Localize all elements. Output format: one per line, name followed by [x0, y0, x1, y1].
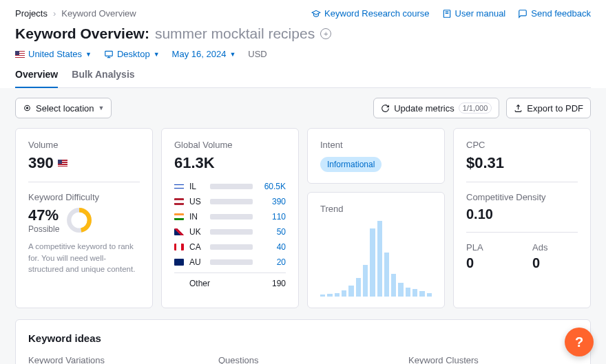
- metrics-cards: Volume 390 Keyword Difficulty 47% Possib…: [0, 128, 606, 319]
- country-code: AU: [189, 257, 205, 267]
- flag-icon: [174, 213, 184, 220]
- title-prefix: Keyword Overview:: [15, 25, 149, 42]
- ads-value: 0: [532, 255, 578, 271]
- card-global-volume: Global Volume 61.3K IL60.5KUS390IN110UK5…: [161, 128, 299, 308]
- trend-bar: [391, 274, 396, 297]
- global-volume-row[interactable]: UK50: [174, 224, 286, 239]
- other-label: Other: [189, 279, 253, 288]
- trend-bar: [419, 291, 424, 297]
- filters-bar: United States ▼ Desktop ▼ May 16, 2024 ▼…: [15, 49, 591, 59]
- global-volume-label: Global Volume: [174, 140, 286, 150]
- country-volume: 110: [258, 212, 286, 222]
- intent-value: Informational: [320, 157, 382, 172]
- chevron-down-icon: ▼: [154, 51, 160, 58]
- country-code: UK: [189, 227, 205, 237]
- refresh-icon: [381, 104, 390, 113]
- keyword-ideas-section: Keyword ideas Keyword Variations 35 Tota…: [15, 319, 591, 364]
- trend-bar: [335, 293, 339, 297]
- help-fab[interactable]: ?: [565, 328, 594, 356]
- trend-bar: [348, 286, 353, 297]
- global-volume-row[interactable]: AU20: [174, 255, 286, 270]
- chevron-down-icon: ▼: [229, 51, 236, 58]
- trend-bar: [377, 221, 382, 297]
- flag-icon: [174, 259, 184, 266]
- filter-date[interactable]: May 16, 2024 ▼: [172, 49, 236, 59]
- variations-label: Keyword Variations: [28, 355, 198, 364]
- volume-bar-wrap: [210, 184, 253, 189]
- trend-bar: [327, 294, 332, 297]
- desktop-icon: [104, 50, 114, 59]
- select-location-button[interactable]: Select location ▼: [15, 98, 112, 118]
- question-icon: ?: [575, 334, 583, 350]
- global-volume-value: 61.3K: [174, 154, 286, 172]
- filter-country[interactable]: United States ▼: [15, 49, 92, 59]
- add-keyword-icon[interactable]: +: [320, 28, 331, 39]
- tab-bulk-analysis[interactable]: Bulk Analysis: [72, 69, 134, 88]
- update-metrics-button[interactable]: Update metrics 1/1,000: [373, 98, 499, 118]
- volume-value: 390: [28, 154, 140, 172]
- title-keyword: summer mocktail recipes: [155, 25, 315, 42]
- breadcrumb: Projects › Keyword Overview Keyword Rese…: [15, 8, 591, 19]
- country-volume: 40: [258, 242, 286, 252]
- link-course[interactable]: Keyword Research course: [311, 8, 429, 19]
- volume-bar-wrap: [210, 199, 253, 204]
- global-volume-list: IL60.5KUS390IN110UK50CA40AU20Other190: [174, 179, 286, 291]
- other-value: 190: [258, 279, 286, 288]
- card-cpc: CPC $0.31 Competitive Density 0.10 PLA 0…: [453, 128, 591, 308]
- trend-bar: [412, 289, 417, 297]
- breadcrumb-projects[interactable]: Projects: [15, 8, 48, 19]
- card-volume: Volume 390 Keyword Difficulty 47% Possib…: [15, 128, 153, 308]
- volume-bar-wrap: [210, 259, 253, 265]
- volume-bar-wrap: [210, 214, 253, 220]
- trend-bar: [370, 228, 375, 297]
- trend-bar: [320, 295, 325, 297]
- trend-bar: [427, 293, 432, 297]
- kd-level: Possible: [28, 224, 59, 234]
- trend-bar: [363, 265, 368, 297]
- currency-label: USD: [248, 49, 267, 59]
- cd-label: Competitive Density: [466, 192, 578, 202]
- update-counter: 1/1,000: [459, 103, 492, 114]
- flag-icon: [174, 244, 184, 250]
- flag-icon: [174, 228, 184, 235]
- pla-value: 0: [466, 255, 512, 271]
- kd-description: A competitive keyword to rank for. You w…: [28, 241, 140, 275]
- trend-label: Trend: [320, 204, 432, 214]
- cpc-label: CPC: [466, 140, 578, 150]
- kd-value: 47%: [28, 206, 59, 224]
- col-intent-trend: Intent Informational Trend: [307, 128, 445, 308]
- country-code: IL: [189, 182, 205, 191]
- flag-icon: [174, 198, 184, 205]
- kd-ring-icon: [66, 207, 92, 233]
- intent-label: Intent: [320, 140, 432, 150]
- svg-point-3: [26, 107, 28, 108]
- country-code: CA: [189, 242, 205, 252]
- global-volume-row[interactable]: IN110: [174, 209, 286, 224]
- country-code: US: [189, 197, 205, 206]
- graduation-cap-icon: [311, 9, 321, 19]
- volume-bar-wrap: [210, 229, 253, 235]
- export-icon: [514, 104, 523, 113]
- location-pin-icon: [23, 104, 32, 113]
- trend-bar: [342, 290, 346, 297]
- cd-value: 0.10: [466, 206, 578, 222]
- global-volume-row[interactable]: IL60.5K: [174, 179, 286, 194]
- export-pdf-button[interactable]: Export to PDF: [506, 98, 591, 118]
- global-volume-row[interactable]: US390: [174, 194, 286, 209]
- ads-label: Ads: [532, 242, 578, 253]
- flag-us-icon: [58, 160, 67, 167]
- filter-device[interactable]: Desktop ▼: [104, 49, 160, 59]
- pla-label: PLA: [466, 242, 512, 253]
- country-volume: 60.5K: [258, 182, 286, 191]
- trend-bar: [384, 253, 389, 297]
- card-trend: Trend: [307, 192, 445, 308]
- book-icon: [442, 9, 452, 19]
- trend-bar: [398, 283, 403, 297]
- global-volume-row[interactable]: CA40: [174, 239, 286, 255]
- link-user-manual[interactable]: User manual: [442, 8, 506, 19]
- flag-icon: [174, 183, 184, 190]
- breadcrumb-current: Keyword Overview: [61, 8, 136, 19]
- link-send-feedback[interactable]: Send feedback: [518, 8, 591, 19]
- volume-bar-wrap: [210, 244, 253, 250]
- tab-overview[interactable]: Overview: [15, 69, 58, 88]
